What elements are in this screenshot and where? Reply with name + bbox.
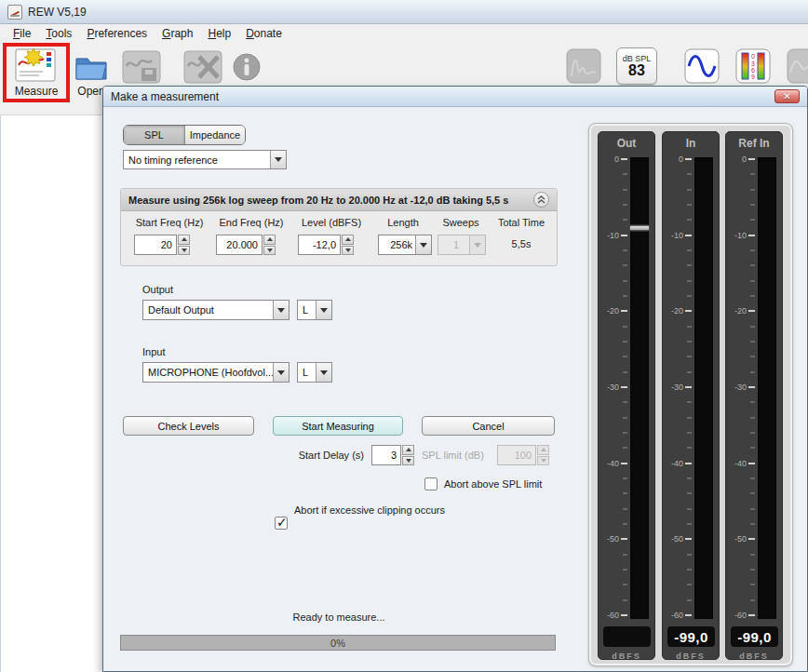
- input-device-dropdown-button[interactable]: [273, 363, 289, 382]
- meter-in-scale: 0-10-20-30-40-50-60: [663, 159, 719, 615]
- level-spin-buttons: [342, 235, 354, 255]
- start-freq-input[interactable]: 20: [134, 235, 177, 255]
- level-meters-panel: Out 0-10-20-30-40-50-60 dBFS In 0-10-20-…: [588, 123, 793, 666]
- spl-limit-spin-buttons: [537, 445, 549, 465]
- spin-down-button[interactable]: [402, 456, 414, 466]
- sweeps-select-disabled: 1: [438, 235, 486, 255]
- triangle-up-icon: [541, 448, 546, 451]
- measure-highlight-box: [3, 43, 70, 102]
- info-icon: [232, 52, 262, 82]
- dialog-titlebar: Make a measurement ✕: [103, 87, 807, 107]
- end-freq-label: End Freq (Hz): [210, 217, 292, 228]
- meter-ref-in: Ref In 0-10-20-30-40-50-60 -99,0 dBFS: [725, 131, 783, 660]
- signal-generator-button[interactable]: [684, 48, 720, 87]
- start-freq-spinner: 20: [134, 235, 190, 255]
- input-channel-dropdown-button[interactable]: [316, 363, 331, 382]
- tab-spl[interactable]: SPL: [124, 126, 185, 144]
- make-measurement-dialog: Make a measurement ✕ SPL Impedance No ti…: [102, 86, 808, 672]
- output-channel-select[interactable]: L: [297, 300, 332, 320]
- meter-in: In 0-10-20-30-40-50-60 -99,0 dBFS: [662, 131, 720, 660]
- dialog-title: Make a measurement: [111, 90, 774, 103]
- sweep-panel-header: Measure using 256k log sweep from 20 Hz …: [121, 189, 557, 211]
- spin-down-button[interactable]: [178, 246, 190, 256]
- sine-wave-icon: [684, 48, 720, 84]
- output-section-label: Output: [142, 284, 173, 295]
- menu-item-preferences[interactable]: Preferences: [87, 27, 147, 40]
- triangle-up-icon: [406, 448, 411, 451]
- start-delay-spinner: 3: [371, 445, 414, 465]
- overlay-button-disabled: [566, 48, 601, 87]
- menu-item-graph[interactable]: Graph: [162, 27, 193, 40]
- meter-in-value: -99,0: [667, 626, 715, 647]
- app-title: REW V5,19: [28, 6, 87, 19]
- progress-bar: 0%: [120, 635, 556, 651]
- info-button-disabled: [232, 52, 262, 86]
- input-section-label: Input: [142, 346, 165, 357]
- tab-impedance[interactable]: Impedance: [185, 126, 245, 144]
- spin-up-button[interactable]: [263, 235, 276, 245]
- rta-button-disabled: [787, 48, 808, 87]
- output-device-dropdown-button[interactable]: [273, 301, 289, 319]
- input-device-select[interactable]: MICROPHONE (Hoofdvol...: [142, 362, 290, 383]
- meter-out-unit: dBFS: [599, 652, 654, 661]
- start-delay-input[interactable]: 3: [371, 445, 401, 465]
- app-icon: [7, 5, 22, 20]
- level-label: Level (dBFS): [294, 217, 369, 228]
- checkbox-abort-spl[interactable]: [424, 477, 438, 491]
- meter-ref-in-scale: 0-10-20-30-40-50-60: [726, 159, 782, 615]
- triangle-up-icon: [345, 237, 351, 241]
- spl-limit-input: 100: [497, 445, 536, 465]
- chevron-down-icon: [474, 243, 481, 248]
- length-select[interactable]: 256k: [378, 235, 432, 255]
- menu-item-tools[interactable]: Tools: [46, 27, 72, 40]
- meter-in-unit: dBFS: [663, 652, 719, 661]
- delete-icon: [182, 49, 223, 85]
- input-channel-select[interactable]: L: [297, 362, 332, 383]
- start-measuring-button[interactable]: Start Measuring: [273, 416, 403, 436]
- spin-up-button[interactable]: [402, 445, 414, 455]
- spin-down-button[interactable]: [342, 246, 354, 256]
- sweeps-value: 1: [438, 239, 469, 250]
- start-freq-spin-buttons: [178, 235, 190, 255]
- spin-up-button[interactable]: [342, 235, 354, 245]
- spin-down-button[interactable]: [263, 246, 276, 256]
- level-input[interactable]: -12,0: [298, 235, 341, 255]
- end-freq-input[interactable]: 20.000: [216, 235, 263, 255]
- triangle-down-icon: [406, 459, 411, 463]
- spin-up-button[interactable]: [178, 235, 190, 245]
- menu-item-file[interactable]: File: [13, 27, 31, 40]
- spl-limit-spinner-disabled: 100: [497, 445, 549, 465]
- spl-limit-label: SPL limit (dB): [422, 450, 484, 461]
- waterfall-icon: [566, 48, 601, 84]
- timing-reference-select[interactable]: No timing reference: [123, 150, 287, 169]
- timing-reference-dropdown-button[interactable]: [270, 151, 286, 168]
- menu-item-help[interactable]: Help: [208, 27, 231, 40]
- sweep-summary-text: Measure using 256k log sweep from 20 Hz …: [128, 195, 533, 206]
- delete-button-disabled: [182, 49, 223, 88]
- level-meters-button[interactable]: 0 3 6 9: [735, 48, 771, 87]
- meter-in-title: In: [663, 137, 719, 150]
- chevron-down-icon: [277, 308, 285, 313]
- output-channel-dropdown-button[interactable]: [316, 301, 331, 319]
- checkbox-abort-clipping[interactable]: [275, 517, 288, 530]
- menu-item-donate[interactable]: Donate: [246, 27, 282, 40]
- triangle-down-icon: [345, 249, 351, 252]
- check-levels-button[interactable]: Check Levels: [123, 416, 254, 436]
- dialog-close-button[interactable]: ✕: [774, 89, 800, 103]
- spl-meter-button[interactable]: dB SPL 83: [616, 47, 657, 85]
- open-button[interactable]: [73, 49, 110, 87]
- chevron-down-icon: [275, 157, 282, 162]
- level-meters-icon: 0 3 6 9: [735, 48, 771, 84]
- total-time-label: Total Time: [490, 217, 553, 228]
- collapse-panel-button[interactable]: [533, 192, 549, 208]
- start-delay-label: Start Delay (s): [252, 450, 364, 461]
- chevron-double-up-icon: [536, 195, 546, 205]
- measurement-type-tabs: SPL Impedance: [123, 125, 246, 145]
- timing-reference-value: No timing reference: [124, 155, 270, 166]
- length-dropdown-button[interactable]: [415, 235, 431, 254]
- out-level-slider[interactable]: [629, 224, 650, 231]
- progress-label: 0%: [330, 638, 345, 649]
- close-icon: ✕: [783, 91, 790, 101]
- cancel-button[interactable]: Cancel: [422, 416, 555, 436]
- output-device-select[interactable]: Default Output: [142, 300, 290, 320]
